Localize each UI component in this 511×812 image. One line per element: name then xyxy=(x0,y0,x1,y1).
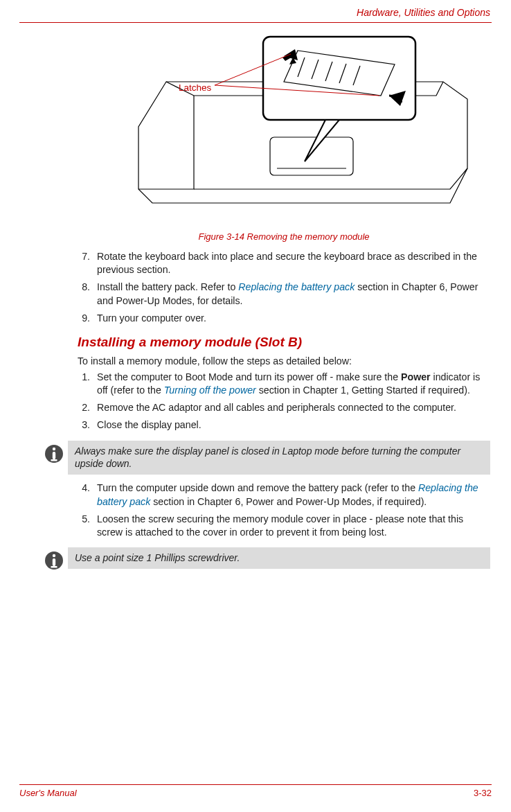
link-replacing-battery[interactable]: Replacing the battery pack xyxy=(238,281,355,292)
figure-caption: Figure 3-14 Removing the memory module xyxy=(78,231,490,242)
note-block: Always make sure the display panel is cl… xyxy=(40,441,490,475)
step-item: Turn the computer upside down and remove… xyxy=(93,482,490,508)
note-text: Use a point size 1 Phillips screwdriver. xyxy=(68,547,490,569)
step-text: Loosen the screw securing the memory mod… xyxy=(97,513,463,538)
svg-rect-15 xyxy=(51,459,57,461)
step-text: Remove the AC adaptor and all cables and… xyxy=(97,402,456,413)
step-text: Turn the computer upside down and remove… xyxy=(97,482,418,493)
svg-rect-18 xyxy=(53,558,55,566)
note-block: Use a point size 1 Phillips screwdriver. xyxy=(40,547,490,571)
svg-marker-9 xyxy=(305,120,339,161)
svg-rect-1 xyxy=(263,37,415,120)
link-turning-off-power[interactable]: Turning off the power xyxy=(164,385,256,396)
step-bold: Power xyxy=(401,371,431,382)
step-item: Close the display panel. xyxy=(93,418,490,432)
step-text: Close the display panel. xyxy=(97,419,201,430)
steps-list-b1: Set the computer to Boot Mode and turn i… xyxy=(78,371,490,432)
step-item: Loosen the screw securing the memory mod… xyxy=(93,513,490,539)
steps-list-b2: Turn the computer upside down and remove… xyxy=(78,482,490,539)
info-icon xyxy=(40,547,68,571)
header-section: Hardware, Utilities and Options xyxy=(19,7,492,21)
footer-page-number: 3-32 xyxy=(474,788,492,798)
svg-rect-14 xyxy=(53,452,55,459)
svg-point-13 xyxy=(53,447,55,450)
step-item: Install the battery pack. Refer to Repla… xyxy=(93,281,490,307)
step-text: Set the computer to Boot Mode and turn i… xyxy=(97,371,401,382)
step-item: Rotate the keyboard back into place and … xyxy=(93,250,490,276)
step-item: Turn your computer over. xyxy=(93,312,490,325)
svg-rect-0 xyxy=(270,137,353,175)
svg-point-17 xyxy=(53,554,55,557)
step-item: Set the computer to Boot Mode and turn i… xyxy=(93,371,490,397)
step-item: Remove the AC adaptor and all cables and… xyxy=(93,401,490,414)
footer-rule xyxy=(19,784,492,785)
footer-manual-title: User's Manual xyxy=(19,788,77,798)
info-icon xyxy=(40,441,68,464)
svg-rect-19 xyxy=(51,566,57,568)
header-rule xyxy=(19,22,492,23)
step-text: Install the battery pack. Refer to xyxy=(97,281,238,292)
diagram-svg xyxy=(90,30,478,220)
figure-memory-module: Latches xyxy=(90,30,478,227)
step-text: Turn your computer over. xyxy=(97,312,206,324)
page-footer: User's Manual 3-32 xyxy=(19,784,492,798)
step-text: section in Chapter 1, Getting Started if… xyxy=(256,385,470,396)
section-heading-slot-b: Installing a memory module (Slot B) xyxy=(78,335,490,350)
note-text: Always make sure the display panel is cl… xyxy=(68,441,490,475)
steps-list-a: Rotate the keyboard back into place and … xyxy=(78,250,490,325)
callout-latches-label: Latches xyxy=(179,82,211,93)
step-text: Rotate the keyboard back into place and … xyxy=(97,251,477,275)
step-text: section in Chapter 6, Power and Power-Up… xyxy=(150,496,427,507)
section-intro: To install a memory module, follow the s… xyxy=(78,355,490,367)
